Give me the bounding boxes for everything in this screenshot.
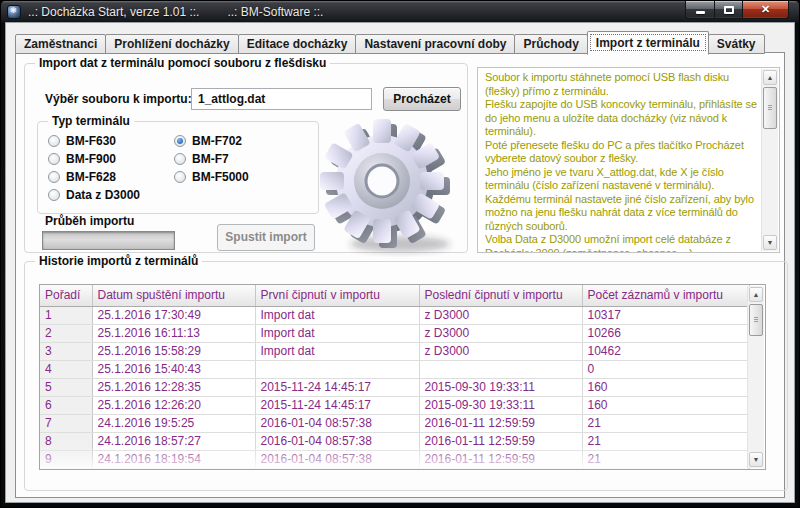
table-row[interactable]: 924.1.2016 18:19:542016-01-04 08:57:3820… [40, 450, 749, 468]
table-row[interactable]: 225.1.2016 16:11:13Import datz D30001026… [40, 324, 749, 342]
radio-icon [48, 153, 60, 165]
info-textbox[interactable]: Soubor k importu stáhnete pomocí USB fla… [477, 67, 780, 253]
close-icon: ✕ [761, 4, 770, 15]
app-window: ..: Docházka Start, verze 1.01 ::. ..: B… [0, 0, 800, 508]
table-cell: 160 [582, 378, 749, 396]
row-number-cell: 4 [40, 360, 92, 378]
radio-label: BM-F5000 [192, 170, 249, 184]
scroll-thumb[interactable] [763, 87, 777, 129]
table-cell: 10462 [582, 342, 749, 360]
radio-option-bm-f900[interactable]: BM-F900 [48, 150, 140, 168]
scroll-down-button[interactable]: ▼ [749, 452, 763, 467]
table-cell: 25.1.2016 15:40:43 [92, 360, 255, 378]
table-cell: 2016-01-11 12:59:59 [419, 432, 582, 450]
row-number-cell: 3 [40, 342, 92, 360]
table-cell: 2016-01-11 12:59:59 [419, 414, 582, 432]
radio-icon [48, 135, 60, 147]
maximize-icon [724, 6, 734, 14]
scroll-down-button[interactable]: ▼ [763, 235, 777, 250]
table-cell: Import dat [255, 306, 419, 324]
minimize-icon [696, 11, 705, 14]
row-number-cell: 2 [40, 324, 92, 342]
row-number-cell: 6 [40, 396, 92, 414]
scroll-up-button[interactable]: ▲ [763, 70, 777, 85]
table-row[interactable]: 824.1.2016 18:57:272016-01-04 08:57:3820… [40, 432, 749, 450]
table-cell: 24.1.2016 18:57:27 [92, 432, 255, 450]
table-cell: Import dat [255, 342, 419, 360]
close-button[interactable]: ✕ [743, 1, 789, 19]
radio-option-bm-f702[interactable]: BM-F702 [174, 132, 249, 150]
table-row[interactable]: 325.1.2016 15:58:29Import datz D30001046… [40, 342, 749, 360]
radio-selected-icon [174, 135, 186, 147]
scroll-thumb[interactable] [749, 304, 763, 336]
table-cell: 25.1.2016 12:28:35 [92, 378, 255, 396]
table-cell: 25.1.2016 15:58:29 [92, 342, 255, 360]
tab-strip: ZaměstnanciProhlížení docházkyEditace do… [15, 31, 764, 54]
table-cell: 24.1.2016 18:19:54 [92, 450, 255, 468]
minimize-button[interactable] [685, 1, 715, 19]
table-cell: 25.1.2016 16:11:13 [92, 324, 255, 342]
history-table: PořadíDatum spuštění importuPrvní čipnut… [39, 284, 766, 470]
terminal-type-group: Typ terminálu BM-F630BM-F900BM-F628Data … [37, 121, 319, 214]
table-cell: 10266 [582, 324, 749, 342]
table-cell: z D3000 [419, 324, 582, 342]
radio-option-bm-f628[interactable]: BM-F628 [48, 168, 140, 186]
caption-buttons: ✕ [685, 1, 789, 19]
radio-icon [48, 189, 60, 201]
window-title-brand: ..: BM-Software ::. [227, 5, 323, 19]
table-cell: 21 [582, 450, 749, 468]
table-cell: 2015-11-24 14:45:17 [255, 378, 419, 396]
radio-option-data-z-d3000[interactable]: Data z D3000 [48, 186, 140, 204]
table-row[interactable]: 125.1.2016 17:30:49Import datz D30001031… [40, 306, 749, 324]
tab-import-z-terminalu[interactable]: Import z terminálu [587, 31, 709, 55]
column-header-pocet-zaznamu-v-importu[interactable]: Počet záznamů v importu [582, 285, 749, 306]
table-cell: 25.1.2016 12:26:20 [92, 396, 255, 414]
table-cell [255, 360, 419, 378]
table-cell: 21 [582, 414, 749, 432]
row-number-cell: 8 [40, 432, 92, 450]
table-cell: 2015-11-24 14:45:17 [255, 396, 419, 414]
radio-label: BM-F702 [192, 134, 242, 148]
maximize-button[interactable] [715, 1, 743, 19]
radio-label: BM-F900 [66, 152, 116, 166]
tab-zamestnanci[interactable]: Zaměstnanci [15, 34, 106, 54]
radio-option-bm-f630[interactable]: BM-F630 [48, 132, 140, 150]
tab-nastaveni-pracovni-doby[interactable]: Nastavení pracovní doby [355, 34, 515, 54]
radio-label: BM-F7 [192, 152, 229, 166]
row-number-cell: 7 [40, 414, 92, 432]
table-scrollbar[interactable]: ▲ ▼ [747, 286, 764, 468]
table-row[interactable]: 525.1.2016 12:28:352015-11-24 14:45:1720… [40, 378, 749, 396]
radio-label: BM-F628 [66, 170, 116, 184]
tab-prohlizeni-dochazky[interactable]: Prohlížení docházky [105, 34, 238, 54]
browse-button[interactable]: Procházet [383, 87, 461, 111]
radio-label: BM-F630 [66, 134, 116, 148]
scroll-up-button[interactable]: ▲ [749, 287, 763, 302]
titlebar[interactable]: ..: Docházka Start, verze 1.01 ::. ..: B… [1, 1, 799, 22]
tab-pruchody[interactable]: Průchody [514, 34, 587, 54]
tab-svatky[interactable]: Svátky [708, 34, 765, 54]
column-header-prvni-cipnuti-v-importu[interactable]: První čipnutí v importu [255, 285, 419, 306]
table-cell: 24.1.2016 19:5:25 [92, 414, 255, 432]
info-scrollbar[interactable]: ▲ ▼ [761, 69, 778, 251]
table-cell: 2016-01-04 08:57:38 [255, 432, 419, 450]
start-import-button[interactable]: Spustit import [217, 224, 315, 251]
radio-option-bm-f5000[interactable]: BM-F5000 [174, 168, 249, 186]
table-row[interactable]: 724.1.2016 19:5:252016-01-04 08:57:38201… [40, 414, 749, 432]
tab-editace-dochazky[interactable]: Editace docházky [238, 34, 357, 54]
radio-option-bm-f7[interactable]: BM-F7 [174, 150, 249, 168]
file-input[interactable] [191, 88, 372, 110]
table-cell: Import dat [255, 324, 419, 342]
row-number-cell: 5 [40, 378, 92, 396]
tabpage-import-z-terminalu: Import dat z terminálu pomocí souboru z … [15, 52, 785, 498]
radio-label: Data z D3000 [66, 188, 140, 202]
file-label: Výběr souboru k importu: [45, 92, 192, 106]
table-cell: 25.1.2016 17:30:49 [92, 306, 255, 324]
column-header-poradi[interactable]: Pořadí [40, 285, 92, 306]
client-area: ZaměstnanciProhlížení docházkyEditace do… [5, 22, 795, 503]
progress-bar [42, 231, 175, 250]
window-title: ..: Docházka Start, verze 1.01 ::. [28, 5, 199, 19]
table-row[interactable]: 625.1.2016 12:26:202015-11-24 14:45:1720… [40, 396, 749, 414]
table-row[interactable]: 425.1.2016 15:40:430 [40, 360, 749, 378]
column-header-datum-spusteni-importu[interactable]: Datum spuštění importu [92, 285, 255, 306]
column-header-posledni-cipnuti-v-importu[interactable]: Poslední čipnutí v importu [419, 285, 582, 306]
